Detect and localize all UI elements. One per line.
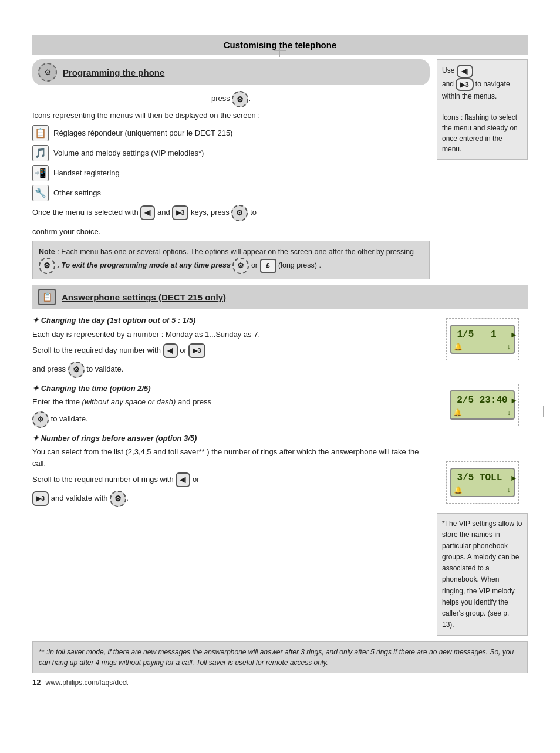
page-number: 12 (32, 678, 41, 687)
volume-icon: 🎵 (32, 145, 49, 161)
subsec2-title: Changing the time (option 2/5) (32, 383, 430, 394)
left-nav-btn[interactable]: ◀| (140, 205, 155, 220)
handset-icon: 📲 (32, 165, 49, 181)
lcd3-outer: 3/5 TOLL ► 🔔 ↓ (446, 461, 519, 504)
note-label: Note (39, 248, 55, 256)
note-text: : Each menu has one or several options. … (57, 248, 414, 256)
cross-left (11, 406, 22, 418)
subsec1-text1: Each day is represented by a number : Mo… (32, 329, 430, 340)
ok-button[interactable]: ⚙ (231, 205, 248, 221)
section2: 📋 Answerphone settings (DECT 215 only) C… (32, 285, 528, 636)
menu-item-3-text: Handset registering (53, 168, 120, 177)
right-nav-btn[interactable]: ▶3 (172, 205, 188, 220)
and-press-text: and press (178, 397, 211, 406)
settings-icon: 🔧 (32, 185, 49, 201)
confirm-line: Once the menu is selected with ◀| and ▶3… (32, 205, 430, 221)
lcd1-wrapper: 1/5 1 ► 🔔 ↓ (437, 318, 528, 360)
or-rings: or (193, 475, 200, 484)
lcd1-text: 1/5 1 (457, 329, 508, 340)
footnote-text: ** :In toll saver mode, if there are new… (39, 648, 514, 667)
day-right-btn[interactable]: ▶3 (188, 343, 205, 358)
rings-ok-btn[interactable]: ⚙ (110, 491, 126, 507)
note-end: (long press) . (278, 261, 321, 269)
sidebar1-box: Use ◀| and ▶3 to navigate within the men… (437, 59, 528, 160)
day-ok-btn[interactable]: ⚙ (68, 362, 85, 378)
lcd2-outer: 2/5 23:40 ► 🔔 ↓ (446, 384, 518, 426)
subsec1-text3: and press ⚙ to validate. (32, 362, 430, 378)
note-end-btn[interactable]: £ (260, 259, 276, 273)
menu-item-2-text: Volume and melody settings (VIP melodies… (53, 148, 204, 157)
or-day: or (180, 346, 187, 354)
press-text2: and press (32, 364, 66, 373)
section1-title: Programming the phone (63, 67, 164, 77)
to-validate-text: to validate. (51, 414, 88, 423)
section1-main: ⚙ Programming the phone press ⚙. Icons r… (32, 59, 430, 279)
subsec3-text1: You can select from the list (2,3,4,5 an… (32, 446, 430, 469)
subsec1-title: Changing the day (1st option out of 5 : … (32, 315, 430, 326)
section2-title: Answerphone settings (DECT 215 only) (62, 292, 226, 302)
enter-time-text: Enter the time (32, 397, 80, 406)
note-menu-btn[interactable]: ⚙ (232, 258, 249, 274)
footer-note: ** :In toll saver mode, if there are new… (32, 641, 528, 673)
note-ok-btn[interactable]: ⚙ (39, 258, 55, 274)
answer-content: Changing the day (1st option out of 5 : … (32, 315, 528, 511)
note-bold: . To exit the programming mode at any ti… (57, 261, 230, 269)
programming-icon: ⚙ (38, 63, 57, 82)
lcd1-outer: 1/5 1 ► 🔔 ↓ (446, 318, 519, 360)
vip-box: *The VIP settings allow to store the nam… (437, 513, 528, 636)
page: Customising the telephone ⚙ Programming … (0, 35, 560, 753)
section2-header: 📋 Answerphone settings (DECT 215 only) (32, 285, 528, 309)
sidebar-icons-note: Icons : flashing to select the menu and … (442, 113, 518, 153)
corner-mark-tr (531, 53, 542, 65)
press-label: press (211, 94, 230, 103)
subsec3-title: Number of rings before answer (option 3/… (32, 433, 430, 444)
time-ok-btn[interactable]: ⚙ (32, 411, 49, 428)
menu-button[interactable]: ⚙ (232, 91, 248, 107)
subsec3-scroll: Scroll to the required number of rings w… (32, 472, 430, 487)
note-or: or (251, 261, 258, 269)
sidebar-right-btn[interactable]: ▶3 (456, 78, 473, 92)
sidebar-and-text: and (442, 80, 454, 88)
scroll-rings-text: Scroll to the required number of rings w… (32, 475, 174, 484)
confirm-text-1: Once the menu is selected with (32, 208, 139, 217)
without-space-text: (without any space or dash) (82, 397, 176, 406)
reglages-icon: 📋 (32, 125, 49, 141)
confirm-choice-text: confirm your choice. (32, 226, 430, 238)
subsec2-title-text: Changing the time (option 2/5) (41, 384, 151, 393)
keys-press-text: keys, press (191, 208, 230, 217)
section1-layout: ⚙ Programming the phone press ⚙. Icons r… (32, 59, 528, 279)
lcd3: 3/5 TOLL ► 🔔 ↓ (450, 468, 515, 497)
note-box: Note : Each menu has one or several opti… (32, 241, 430, 279)
rings-left-btn[interactable]: ◀| (176, 472, 190, 487)
cross-top (274, 46, 286, 58)
rings-right-btn[interactable]: ▶3 (32, 491, 49, 506)
sidebar-left-btn[interactable]: ◀| (457, 65, 473, 78)
sidebar1: Use ◀| and ▶3 to navigate within the men… (437, 59, 528, 279)
lcd2-text: 2/5 23:40 (457, 395, 507, 406)
lcd3-wrapper: 3/5 TOLL ► 🔔 ↓ (437, 461, 528, 504)
menu-item-4: 🔧 Other settings (32, 185, 430, 201)
subsec2-text1: Enter the time (without any space or das… (32, 396, 430, 408)
day-left-btn[interactable]: ◀| (163, 343, 178, 358)
menu-item-2: 🎵 Volume and melody settings (VIP melodi… (32, 145, 430, 161)
icons-intro: Icons representing the menus will then b… (32, 110, 430, 121)
answerphone-icon: 📋 (38, 289, 56, 305)
and-text: and (157, 208, 170, 217)
section1-header: ⚙ Programming the phone (32, 59, 430, 85)
vip-spacer (32, 513, 430, 636)
to-text: to (250, 208, 257, 217)
menu-item-1: 📋 Réglages répondeur (uniquement pour le… (32, 125, 430, 141)
lcd2: 2/5 23:40 ► 🔔 ↓ (450, 390, 514, 420)
website-link: www.philips.com/faqs/dect (45, 678, 128, 687)
lcd3-text: 3/5 TOLL (457, 472, 508, 483)
answer-main: Changing the day (1st option out of 5 : … (32, 315, 430, 511)
cross-right (538, 406, 549, 418)
menu-item-4-text: Other settings (53, 188, 101, 197)
validate-with: and validate with (51, 494, 108, 502)
lcd-sidebar: 1/5 1 ► 🔔 ↓ 2/5 23:40 ► (437, 315, 528, 511)
scroll-text: Scroll to the required day number with (32, 346, 161, 354)
press-line: press ⚙. (32, 91, 430, 107)
subsec3-title-text: Number of rings before answer (option 3/… (41, 434, 197, 443)
subsec1-text2: Scroll to the required day number with ◀… (32, 343, 430, 358)
vip-text: *The VIP settings allow to store the nam… (442, 519, 522, 629)
